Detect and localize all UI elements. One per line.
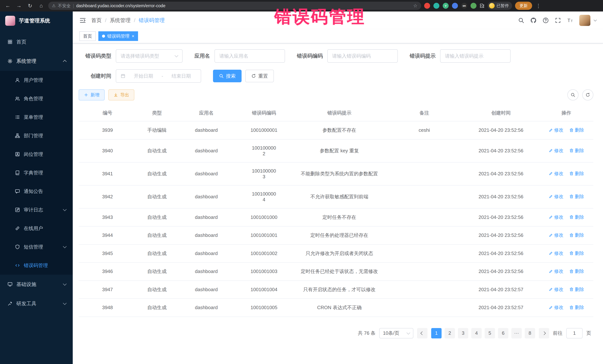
page-button[interactable]: 5 (485, 328, 495, 338)
edit-link[interactable]: 修改 (549, 147, 564, 154)
edit-icon (549, 233, 553, 237)
edit-link[interactable]: 修改 (549, 250, 564, 256)
add-button[interactable]: 新增 (79, 89, 105, 100)
forward-icon[interactable]: → (15, 2, 23, 10)
sidebar-item[interactable]: 系统管理 (0, 52, 73, 71)
app-name-input[interactable] (214, 49, 285, 63)
cell-time: 2021-04-20 23:52:56 (463, 162, 539, 185)
page-button[interactable]: 6 (498, 328, 508, 338)
sidebar-subitem[interactable]: 部门管理 (0, 126, 73, 145)
sidebar-item[interactable]: 基础设施 (0, 275, 73, 294)
update-button[interactable]: 更新 (515, 2, 532, 10)
sidebar-subitem[interactable]: 通知公告 (0, 182, 73, 200)
goto-page-input[interactable] (566, 328, 583, 338)
question-icon[interactable] (543, 17, 549, 23)
edit-link[interactable]: 修改 (549, 194, 564, 200)
extension-red-icon[interactable] (424, 3, 430, 9)
fontsize-icon[interactable]: TT (567, 17, 573, 23)
delete-link[interactable]: 删除 (569, 250, 584, 256)
page-button[interactable]: 8 (525, 328, 535, 338)
delete-link[interactable]: 删除 (569, 304, 584, 310)
delete-link[interactable]: 删除 (569, 232, 584, 238)
cell-app: dashboard (178, 208, 235, 226)
tab-error-code[interactable]: 错误码管理 × (98, 31, 138, 41)
menu-list-icon (15, 115, 20, 120)
next-page-button[interactable] (539, 328, 549, 338)
edit-link[interactable]: 修改 (549, 127, 564, 133)
extensions-puzzle-icon[interactable] (479, 3, 485, 8)
extension-blue-icon[interactable] (452, 3, 458, 9)
breadcrumb-item-home[interactable]: 首页 (91, 17, 102, 24)
error-hint-input[interactable] (440, 49, 510, 63)
chevron-down-icon[interactable] (594, 18, 597, 22)
cell-remark: ceshi (386, 121, 463, 139)
edit-link[interactable]: 修改 (549, 170, 564, 177)
sidebar-subitem[interactable]: 菜单管理 (0, 108, 73, 126)
delete-icon (569, 233, 574, 237)
export-button[interactable]: 导出 (108, 89, 134, 100)
sidebar-subitem[interactable]: 审计日志 (0, 200, 73, 219)
back-icon[interactable]: ← (4, 2, 12, 10)
reload-icon[interactable]: ↻ (26, 2, 34, 10)
delete-link[interactable]: 删除 (569, 127, 584, 133)
delete-link[interactable]: 删除 (569, 194, 584, 200)
address-bar[interactable]: ⚠ 不安全 | dashboard.yudao.iocoder.cn/syste… (48, 2, 421, 10)
search-icon[interactable] (518, 17, 524, 23)
error-type-select[interactable]: 请选择错误码类型 (116, 49, 183, 63)
sidebar-subitem[interactable]: 错误码管理 (0, 256, 73, 275)
toggle-search-button[interactable] (567, 89, 579, 100)
cell-type: 自动生成 (136, 226, 178, 244)
extension-teal-icon[interactable] (433, 3, 439, 9)
github-icon[interactable] (530, 17, 537, 23)
profile-avatar (489, 3, 495, 9)
page-button[interactable]: 4 (471, 328, 482, 338)
delete-link[interactable]: 删除 (569, 147, 584, 154)
page-button[interactable]: 1 (431, 328, 441, 338)
edit-link[interactable]: 修改 (549, 232, 564, 238)
cell-app: dashboard (178, 263, 235, 281)
page-button[interactable]: 2 (445, 328, 455, 338)
sidebar-item[interactable]: 研发工具 (0, 294, 73, 313)
date-range-picker[interactable]: 开始日期 - 结束日期 (116, 69, 201, 83)
page-button[interactable]: ··· (511, 328, 522, 338)
delete-link[interactable]: 删除 (569, 268, 584, 274)
extension-vue-icon[interactable]: V (443, 3, 449, 9)
edit-link[interactable]: 修改 (549, 304, 564, 310)
reset-button[interactable]: 重置 (245, 70, 274, 82)
extension-green-icon[interactable] (471, 3, 476, 9)
fullscreen-icon[interactable] (555, 17, 561, 23)
delete-link[interactable]: 删除 (569, 286, 584, 292)
app-logo[interactable]: 芋道管理系统 (0, 11, 73, 30)
sidebar-subitem[interactable]: 角色管理 (0, 89, 73, 108)
edit-link[interactable]: 修改 (549, 268, 564, 274)
cell-id: 3942 (79, 185, 136, 208)
search-button[interactable]: 搜索 (213, 70, 242, 82)
error-code-input[interactable] (327, 49, 398, 63)
page-button[interactable]: 3 (458, 328, 468, 338)
sidebar-subitem[interactable]: 岗位管理 (0, 145, 73, 164)
home-icon[interactable]: ⌂ (37, 2, 45, 10)
edit-link[interactable]: 修改 (549, 286, 564, 292)
cell-time: 2021-04-20 23:52:56 (463, 244, 539, 263)
hamburger-icon[interactable] (79, 17, 86, 24)
prev-page-button[interactable] (417, 328, 428, 338)
sidebar-subitem[interactable]: 在线用户 (0, 219, 73, 238)
delete-link[interactable]: 删除 (569, 170, 584, 177)
browser-menu-icon[interactable]: ⋮ (535, 3, 542, 9)
close-icon[interactable]: × (132, 34, 134, 38)
extension-proxy-icon[interactable]: on (461, 3, 467, 9)
page-size-select[interactable]: 10条/页 (379, 328, 413, 338)
avatar[interactable] (579, 15, 590, 26)
sidebar-item[interactable]: 首页 (0, 32, 73, 52)
sidebar-subitem[interactable]: 短信管理 (0, 238, 73, 256)
profile-chip[interactable]: 已暂停 (487, 2, 512, 10)
bookmark-star-icon[interactable]: ☆ (413, 3, 417, 9)
breadcrumb-item-system[interactable]: 系统管理 (110, 17, 131, 24)
tab-home[interactable]: 首页 (79, 31, 96, 41)
refresh-table-button[interactable] (582, 89, 593, 100)
edit-link[interactable]: 修改 (549, 214, 564, 220)
sidebar-subitem[interactable]: 字典管理 (0, 164, 73, 182)
delete-link[interactable]: 删除 (569, 214, 584, 220)
page-suffix: 页 (586, 330, 591, 336)
sidebar-subitem[interactable]: 用户管理 (0, 71, 73, 89)
